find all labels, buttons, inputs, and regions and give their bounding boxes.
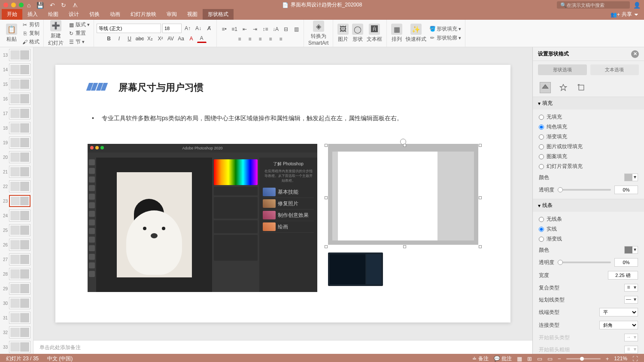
tab-review[interactable]: 审阅	[161, 9, 182, 20]
bold-button[interactable]: B	[104, 34, 114, 43]
arrange-button[interactable]: ▦排列	[389, 23, 404, 44]
fill-section-header[interactable]: ▾ 填充	[533, 97, 644, 110]
sorter-view-button[interactable]: ⊞	[527, 356, 532, 362]
thumbnail-32[interactable]: 32	[1, 326, 32, 338]
font-size-select[interactable]	[162, 24, 182, 33]
fill-transparency-slider[interactable]	[558, 189, 611, 191]
thumbnail-27[interactable]: 27	[1, 253, 32, 265]
resize-handle-w[interactable]	[325, 196, 328, 199]
tab-design[interactable]: 设计	[64, 9, 84, 20]
customize-qat-icon[interactable]: ⩚	[72, 2, 78, 9]
redo-icon[interactable]: ↻	[61, 2, 66, 9]
thumbnail-33[interactable]: 33	[1, 341, 32, 353]
thumbnail-23[interactable]: 23	[1, 195, 32, 207]
slide-editor[interactable]: 屏幕尺寸与用户习惯 • 专业工具软件多数都与ps类似的布局，围绕中心主体区域做操…	[33, 47, 532, 340]
font-color-button[interactable]: A	[197, 34, 207, 43]
tab-view[interactable]: 视图	[182, 9, 203, 20]
align-text-button[interactable]: ⊟	[281, 25, 291, 33]
picture-button[interactable]: 🖼图片	[336, 23, 350, 44]
fit-to-window-button[interactable]: ⛶	[632, 356, 638, 362]
thumbnail-17[interactable]: 17	[1, 107, 32, 119]
thumbnail-15[interactable]: 15	[1, 78, 32, 90]
search-input[interactable]	[567, 3, 626, 8]
share-button[interactable]: 👥+共享 ⏷	[605, 9, 644, 20]
superscript-button[interactable]: X²	[156, 34, 165, 43]
slide-body-text[interactable]: • 专业工具软件多数都与ps类似的布局，围绕中心主体区域做操作和属性编辑，触发起…	[92, 115, 478, 122]
tab-shape-format[interactable]: 形状格式	[203, 9, 234, 20]
gradient-fill-radio[interactable]: 渐变填充	[539, 132, 638, 142]
slide-thumbnails[interactable]: 1314151617181920212223242526272829303132…	[0, 47, 33, 354]
line-transparency-input[interactable]	[614, 258, 638, 267]
close-window[interactable]	[3, 3, 8, 7]
slide-title[interactable]: 屏幕尺寸与用户习惯	[118, 81, 478, 94]
picture-fill-radio[interactable]: 图片或纹理填充	[539, 142, 638, 152]
resize-handle-ne[interactable]	[479, 144, 482, 147]
solid-line-radio[interactable]: 实线	[539, 224, 638, 234]
thumbnail-19[interactable]: 19	[1, 137, 32, 149]
join-type-select[interactable]: 斜角	[599, 321, 638, 329]
maximize-window[interactable]	[19, 3, 24, 7]
search-box[interactable]: 🔍	[557, 1, 630, 9]
clear-format-button[interactable]: A̸	[204, 24, 214, 33]
line-section-header[interactable]: ▾ 线条	[533, 199, 644, 212]
zoom-slider[interactable]	[566, 358, 601, 359]
textbox-button[interactable]: 🅰文本框	[365, 23, 384, 44]
char-spacing-button[interactable]: AV	[166, 34, 176, 43]
new-slide-button[interactable]: ➕新建 幻灯片	[46, 19, 65, 48]
tab-transitions[interactable]: 切换	[84, 9, 105, 20]
undo-icon[interactable]: ↶	[50, 2, 55, 9]
copy-button[interactable]: ⎘复制	[21, 30, 41, 37]
thumbnail-18[interactable]: 18	[1, 122, 32, 134]
smartart-button[interactable]: ◈转换为 SmartArt	[307, 20, 330, 47]
thumbnail-31[interactable]: 31	[1, 312, 32, 324]
align-left-button[interactable]: ≡	[235, 35, 244, 43]
normal-view-button[interactable]: ▦	[517, 356, 522, 362]
tab-animations[interactable]: 动画	[105, 9, 125, 20]
section-button[interactable]: ☰节▾	[67, 38, 91, 46]
secondary-screenshot[interactable]	[328, 252, 383, 286]
justify-button[interactable]: ≡	[266, 35, 275, 43]
thumbnail-22[interactable]: 22	[1, 180, 32, 192]
grow-font-button[interactable]: A↑	[183, 24, 192, 33]
font-family-select[interactable]	[97, 24, 161, 33]
strikethrough-button[interactable]: abc	[135, 34, 145, 43]
fill-line-icon[interactable]	[540, 82, 551, 93]
thumbnail-24[interactable]: 24	[1, 210, 32, 222]
text-direction-button[interactable]: ↓A	[271, 25, 280, 33]
fill-transparency-input[interactable]	[614, 186, 638, 194]
italic-button[interactable]: I	[115, 34, 124, 43]
align-center-button[interactable]: ≡	[245, 35, 255, 43]
zoom-level[interactable]: 121%	[614, 356, 627, 362]
layout-button[interactable]: ▦版式▾	[67, 21, 91, 29]
shape-fill-button[interactable]: 🪣形状填充▾	[428, 25, 462, 33]
pattern-fill-radio[interactable]: 图案填充	[539, 152, 638, 161]
user-icon[interactable]: 👤	[633, 2, 641, 9]
photoshop-screenshot[interactable]: Adobe Photoshop 2020	[88, 144, 317, 292]
minimize-window[interactable]	[11, 3, 16, 7]
language-indicator[interactable]: 中文 (中国)	[47, 355, 73, 362]
compound-type-picker[interactable]: ≡▾	[624, 284, 638, 292]
thumbnail-29[interactable]: 29	[1, 283, 32, 295]
decrease-indent-button[interactable]: ⇤	[240, 25, 249, 33]
dash-type-picker[interactable]: —▾	[624, 296, 638, 304]
notes-toggle[interactable]: ≐ 备注	[472, 355, 488, 362]
resize-handle-s[interactable]	[403, 245, 406, 248]
home-icon[interactable]: ⌂	[27, 2, 30, 9]
thumbnail-20[interactable]: 20	[1, 151, 32, 163]
line-transparency-slider[interactable]	[558, 262, 611, 263]
gradient-line-radio[interactable]: 渐变线	[539, 234, 638, 244]
increase-indent-button[interactable]: ⇥	[250, 25, 260, 33]
thumbnail-26[interactable]: 26	[1, 239, 32, 251]
solid-fill-radio[interactable]: 纯色填充	[539, 122, 638, 132]
reading-view-button[interactable]: ▭	[537, 356, 542, 362]
save-icon[interactable]: 💾	[36, 2, 44, 9]
close-panel-button[interactable]: ✕	[631, 50, 639, 58]
tab-home[interactable]: 开始	[2, 9, 22, 20]
shape-options-tab[interactable]: 形状选项	[538, 64, 587, 75]
effects-icon[interactable]	[558, 82, 569, 93]
resize-handle-e[interactable]	[479, 196, 482, 199]
thumbnail-28[interactable]: 28	[1, 268, 32, 280]
thumbnail-13[interactable]: 13	[1, 49, 32, 61]
tab-slideshow[interactable]: 幻灯片放映	[125, 9, 161, 20]
distributed-button[interactable]: ≡	[276, 35, 286, 43]
